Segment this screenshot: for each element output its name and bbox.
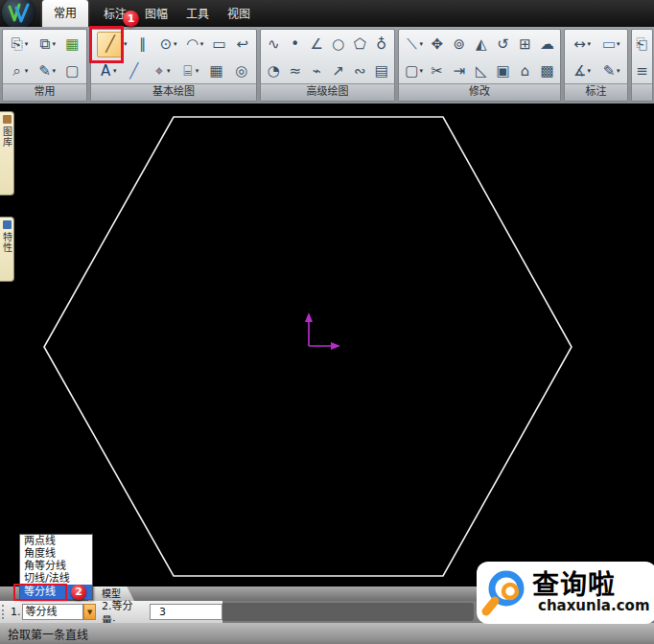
offset-icon[interactable]: ▩	[540, 60, 555, 81]
rack-icon[interactable]: ⌸	[180, 60, 196, 81]
zoom-icon[interactable]: ⌕	[10, 60, 25, 81]
rectangle-icon[interactable]: ▭	[212, 34, 227, 55]
side-tab-label: 图库	[0, 126, 14, 148]
ribbon-group-label: 标注	[565, 83, 627, 101]
app-logo-icon[interactable]	[2, 0, 35, 29]
hatch-icon[interactable]: ╱	[127, 60, 142, 81]
ucs-axis-arrow-up	[305, 312, 313, 322]
arc-icon[interactable]: ◠	[185, 34, 200, 55]
erase-icon[interactable]: ⟍	[404, 34, 419, 55]
dropdown-caret-icon[interactable]: ▾	[587, 40, 591, 48]
block-icon[interactable]: ▤	[374, 60, 389, 81]
dropdown-caret-icon[interactable]: ▾	[52, 67, 56, 75]
ole-object-icon[interactable]: ▦	[64, 34, 80, 55]
text-icon[interactable]: A	[98, 60, 113, 81]
dropdown-caret-icon[interactable]: ▾	[617, 40, 620, 48]
dropdown-caret-icon[interactable]: ▾	[52, 40, 56, 48]
ribbon-tab-bar: 常用标注图幅工具视图	[42, 3, 253, 27]
copy-object-icon[interactable]: ⊚	[452, 34, 467, 55]
command-options-group: 1. 等分线 ▼ 2.等分量:	[0, 601, 222, 623]
tab-t4[interactable]: 视图	[224, 1, 253, 27]
region-icon[interactable]: ◎	[234, 60, 249, 81]
dropdown-caret-icon[interactable]: ▾	[167, 67, 171, 75]
explode-icon[interactable]: ⌂	[518, 60, 533, 81]
trim-icon[interactable]: ✂	[430, 60, 445, 81]
sketch-icon[interactable]: ✎	[36, 60, 52, 81]
menu-item-2[interactable]: 角等分线	[20, 560, 92, 572]
paste-icon[interactable]: ⎘	[10, 34, 25, 55]
pie-icon[interactable]: ◔	[266, 60, 281, 81]
side-tab-label: 特性	[0, 232, 14, 253]
wave-line-icon[interactable]: ≈	[288, 60, 303, 81]
chamfer-icon[interactable]: ◺	[474, 60, 489, 81]
break-line-icon[interactable]: ⌁	[309, 60, 324, 81]
toolbar-grip-handle[interactable]	[2, 605, 8, 619]
dropdown-caret-icon[interactable]: ▾	[587, 67, 591, 75]
stretch-icon[interactable]: ☁	[540, 34, 555, 55]
hole-icon[interactable]: ⌖	[152, 60, 167, 81]
ribbon-group-2: ∿•∠○⬠♁◔≈⌁↗∾▤高级绘图	[260, 29, 395, 102]
dropdown-caret-icon[interactable]: ▾	[124, 40, 128, 48]
ribbon-group-0: ⎘▾⧉▾▦⌕▾✎▾▢常用	[2, 29, 87, 102]
list-icon[interactable]: ≡	[635, 60, 650, 81]
dropdown-caret-icon[interactable]: ▾	[617, 67, 620, 75]
line-mode-dropdown[interactable]: 等分线	[22, 604, 83, 620]
dropdown-caret-icon[interactable]: ▾	[196, 67, 199, 75]
annotation-box-menu-item	[13, 584, 67, 601]
formula-curve-icon[interactable]: ♁	[374, 34, 389, 55]
image-dimension-icon[interactable]: ▭	[601, 34, 617, 55]
circle-icon[interactable]: ⊙	[158, 34, 174, 55]
ribbon-group-label: 修改	[399, 83, 560, 101]
tab-t2[interactable]: 图幅	[142, 1, 171, 27]
dropdown-caret-icon[interactable]: ▾	[200, 40, 204, 48]
application-window: 常用标注图幅工具视图 ⎘▾⧉▾▦⌕▾✎▾▢常用╱▾∥⊙▾◠▾▭↩A▾╱⌖▾⌸▾▦…	[0, 0, 654, 644]
spline-icon[interactable]: ∿	[266, 34, 281, 55]
menu-item-1[interactable]: 角度线	[20, 547, 92, 560]
dropdown-caret-icon[interactable]: ▾	[419, 67, 423, 75]
dropdown-caret-icon[interactable]: ▾	[25, 40, 29, 48]
properties-icon	[3, 220, 12, 229]
display-icon[interactable]: ▢	[64, 60, 80, 81]
ribbon-group-label	[632, 83, 652, 101]
linear-dimension-icon[interactable]: ↔	[572, 34, 587, 55]
sheet-icon[interactable]: ⎗	[635, 34, 650, 55]
annotation-badge-2: 2	[71, 585, 86, 600]
contour-icon[interactable]: ∾	[352, 60, 367, 81]
dropdown-caret-icon[interactable]: ▾	[113, 67, 117, 75]
menu-item-0[interactable]: 两点线	[20, 535, 92, 547]
ellipse-icon[interactable]: ○	[331, 34, 346, 55]
watermark: 查询啦 chaxunla.com	[477, 562, 654, 624]
watermark-domain: chaxunla.com	[538, 597, 650, 614]
dropdown-caret-icon[interactable]: ▾	[174, 40, 177, 48]
array-icon[interactable]: ⊞	[518, 34, 533, 55]
drawing-canvas[interactable]: 图库特性	[0, 104, 654, 586]
dimension-edit-icon[interactable]: ✎	[601, 60, 617, 81]
copy-icon[interactable]: ⧉	[36, 34, 52, 55]
coordinate-dimension-icon[interactable]: ∡	[572, 60, 587, 81]
grid-icon[interactable]: ▦	[209, 60, 224, 81]
ribbon-group-label: 常用	[3, 83, 86, 101]
point-icon[interactable]: •	[288, 34, 303, 55]
side-tab-library[interactable]: 图库	[0, 111, 14, 196]
ucs-axis-arrow-right	[331, 342, 340, 350]
dropdown-caret-icon[interactable]: ▾	[419, 40, 423, 48]
mirror-icon[interactable]: ◭	[474, 34, 489, 55]
tab-t3[interactable]: 工具	[183, 1, 212, 27]
scale-icon[interactable]: ▣	[496, 60, 511, 81]
select-box-icon[interactable]: ▢	[404, 60, 419, 81]
hexagon-shape[interactable]	[44, 117, 572, 576]
tab-home[interactable]: 常用	[42, 0, 88, 27]
rotate-icon[interactable]: ↺	[496, 34, 511, 55]
parallel-line-icon[interactable]: ∥	[135, 34, 151, 55]
extend-icon[interactable]: ⇥	[452, 60, 467, 81]
dropdown-arrow-button[interactable]: ▼	[83, 604, 96, 620]
polyline-icon[interactable]: ↩	[235, 34, 250, 55]
divisions-input[interactable]	[150, 604, 222, 620]
side-tab-properties[interactable]: 特性	[0, 217, 14, 282]
dropdown-caret-icon[interactable]: ▾	[25, 67, 29, 75]
move-icon[interactable]: ✥	[430, 34, 445, 55]
arrow-icon[interactable]: ↗	[331, 60, 346, 81]
annotation-box-line-tool	[89, 26, 124, 63]
polygon-icon[interactable]: ⬠	[352, 34, 367, 55]
angle-line-icon[interactable]: ∠	[309, 34, 324, 55]
